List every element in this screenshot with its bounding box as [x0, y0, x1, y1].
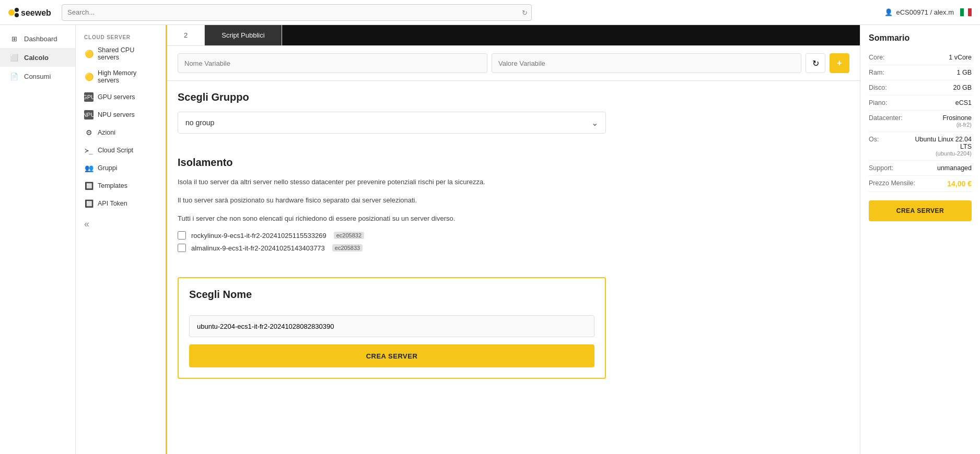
svg-rect-4 — [960, 8, 964, 16]
group-section-title: Scegli Gruppo — [178, 91, 849, 103]
price-label: Prezzo Mensile: — [869, 180, 915, 187]
isolation-checkbox-1[interactable] — [178, 231, 186, 240]
disco-label: Disco: — [869, 84, 887, 91]
sidebar-item-gruppi[interactable]: 👥 Gruppi — [76, 159, 166, 177]
sommario-disco-row: Disco: 20 GB — [869, 80, 972, 95]
datacenter-label: Datacenter: — [869, 114, 903, 122]
svg-point-0 — [8, 9, 15, 16]
gruppi-icon: 👥 — [84, 163, 94, 173]
iso-desc-2: Il tuo server sarà posizionato su hardwa… — [178, 195, 849, 206]
os-label: Os: — [869, 136, 879, 150]
high-memory-icon: 🟡 — [84, 72, 94, 81]
valore-variabile-input[interactable] — [492, 53, 801, 73]
sidebar-item-shared-cpu[interactable]: 🟡 Shared CPU servers — [76, 42, 166, 65]
sidebar-item-high-memory[interactable]: 🟡 High Memory servers — [76, 65, 166, 88]
user-label: eCS00971 / alex.m — [896, 8, 954, 16]
isolation-label-2: almalinux-9-ecs1-it-fr2-2024102514340377… — [191, 244, 325, 252]
nome-variabile-input[interactable] — [178, 53, 487, 73]
variables-row: ↻ + — [167, 46, 860, 81]
group-select[interactable]: no group ⌄ — [178, 112, 606, 134]
sidebar-item-consumi[interactable]: 📄 Consumi — [0, 67, 75, 86]
sidebar-item-api-token[interactable]: 🔲 API Token — [76, 195, 166, 212]
dashboard-icon: ⊞ — [9, 34, 19, 43]
server-name-input[interactable] — [189, 315, 594, 337]
logo: seeweb — [8, 5, 55, 20]
topbar-left: seeweb ↻ — [8, 4, 532, 21]
azioni-label: Azioni — [98, 129, 115, 136]
group-selected-value: no group — [185, 118, 214, 127]
templates-label: Templates — [98, 182, 127, 189]
cloud-script-icon: ≻_ — [84, 146, 94, 155]
npu-icon: NPU — [84, 110, 94, 120]
search-refresh-icon[interactable]: ↻ — [522, 8, 528, 16]
consumi-label: Consumi — [24, 73, 51, 80]
svg-rect-6 — [968, 8, 972, 16]
support-label: Support: — [869, 164, 893, 172]
consumi-icon: 📄 — [9, 71, 19, 81]
crea-server-side-button[interactable]: CREA SERVER — [869, 200, 972, 221]
os-value: Ubuntu Linux 22.04 LTS — [904, 136, 972, 150]
user-info: 👤 eCS00971 / alex.m — [884, 8, 954, 16]
isolation-checkbox-2[interactable] — [178, 244, 186, 252]
ram-value: 1 GB — [957, 69, 972, 76]
svg-point-1 — [15, 8, 19, 12]
dashboard-label: Dashboard — [24, 35, 57, 43]
gpu-icon: GPU — [84, 92, 94, 102]
ram-label: Ram: — [869, 69, 884, 76]
os-sub: (ubuntu-2204) — [869, 150, 972, 157]
sommario-datacenter-row: Datacenter: Frosinone (it-fr2) — [869, 111, 972, 132]
search-input[interactable] — [62, 4, 532, 21]
script-tabs: 2 Script Pubblici — [167, 25, 860, 46]
gruppi-label: Gruppi — [98, 164, 118, 172]
crea-server-main-button[interactable]: CREA SERVER — [189, 344, 594, 367]
piano-value: eCS1 — [955, 99, 972, 106]
user-icon: 👤 — [884, 8, 893, 16]
price-value: 14,00 € — [947, 180, 972, 188]
high-memory-label: High Memory servers — [98, 69, 157, 84]
svg-text:seeweb: seeweb — [21, 8, 51, 17]
svg-point-2 — [15, 13, 19, 17]
datacenter-sub: (it-fr2) — [869, 122, 972, 128]
refresh-variable-button[interactable]: ↻ — [806, 53, 825, 73]
tab-pubblici-label: Script Pubblici — [221, 31, 264, 39]
sidebar-item-calcolo[interactable]: ⬜ Calcolo — [0, 48, 75, 67]
chevron-down-icon: ⌄ — [591, 118, 598, 128]
sidebar-collapse-button[interactable]: « — [76, 212, 166, 236]
nome-title: Scegli Nome — [189, 289, 594, 301]
sidebar-item-gpu-servers[interactable]: GPU GPU servers — [76, 88, 166, 106]
sidebar-item-templates[interactable]: 🔲 Templates — [76, 177, 166, 195]
npu-label: NPU servers — [98, 111, 135, 118]
sommario-os-row: Os: Ubuntu Linux 22.04 LTS (ubuntu-2204) — [869, 132, 972, 161]
sommario-panel: Sommario Core: 1 vCore Ram: 1 GB Disco: … — [860, 25, 980, 454]
tab-number: 2 — [184, 31, 188, 39]
tab-script-pubblici[interactable]: Script Pubblici — [205, 25, 282, 45]
search-wrap: ↻ — [62, 4, 532, 21]
support-value: unmanaged — [937, 164, 972, 172]
svg-rect-5 — [964, 8, 968, 16]
left-nav: ⊞ Dashboard ⬜ Calcolo 📄 Consumi — [0, 25, 76, 454]
nome-section-wrap: Scegli Nome CREA SERVER — [167, 277, 860, 389]
shared-cpu-icon: 🟡 — [84, 49, 94, 58]
sommario-ram-row: Ram: 1 GB — [869, 65, 972, 80]
piano-label: Piano: — [869, 99, 887, 106]
tab-script-numero[interactable]: 2 — [167, 25, 205, 45]
isolation-badge-2: ec205833 — [332, 244, 363, 252]
add-variable-button[interactable]: + — [830, 53, 849, 73]
core-value: 1 vCore — [949, 54, 972, 61]
topbar: seeweb ↻ 👤 eCS00971 / alex.m — [0, 0, 980, 25]
sidebar: CLOUD SERVER 🟡 Shared CPU servers 🟡 High… — [76, 25, 167, 454]
sidebar-item-cloud-script[interactable]: ≻_ Cloud Script — [76, 141, 166, 159]
isolation-checkbox-row-2: almalinux-9-ecs1-it-fr2-2024102514340377… — [178, 244, 849, 252]
sommario-price-row: Prezzo Mensile: 14,00 € — [869, 176, 972, 192]
api-token-label: API Token — [98, 200, 127, 207]
sidebar-item-dashboard[interactable]: ⊞ Dashboard — [0, 29, 75, 48]
sidebar-item-npu-servers[interactable]: NPU NPU servers — [76, 106, 166, 124]
sommario-support-row: Support: unmanaged — [869, 161, 972, 176]
sidebar-item-azioni[interactable]: ⚙ Azioni — [76, 124, 166, 141]
disco-value: 20 GB — [953, 84, 972, 91]
calcolo-label: Calcolo — [24, 54, 49, 62]
iso-desc-3: Tutti i server che non sono elencati qui… — [178, 213, 849, 224]
isolamento-section: Isolamento Isola il tuo server da altri … — [167, 157, 860, 267]
api-token-icon: 🔲 — [84, 199, 94, 208]
isolamento-title: Isolamento — [178, 157, 849, 169]
